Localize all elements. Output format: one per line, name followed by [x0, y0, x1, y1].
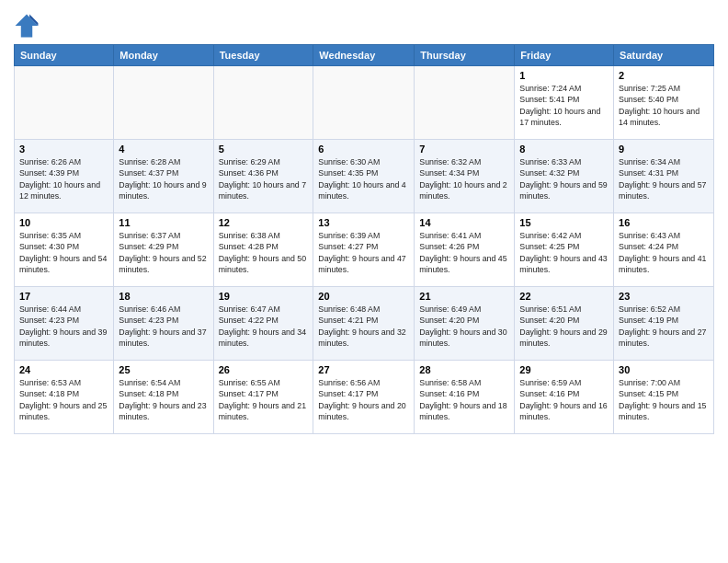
day-info: Sunrise: 6:51 AM Sunset: 4:20 PM Dayligh… — [519, 304, 609, 349]
day-info: Sunrise: 6:47 AM Sunset: 4:22 PM Dayligh… — [219, 304, 309, 349]
day-number: 12 — [219, 217, 309, 228]
day-number: 28 — [419, 364, 509, 375]
day-number: 8 — [519, 144, 609, 155]
calendar-cell-1-2: 5Sunrise: 6:29 AM Sunset: 4:36 PM Daylig… — [213, 140, 313, 213]
day-number: 1 — [519, 70, 609, 81]
calendar-cell-3-4: 21Sunrise: 6:49 AM Sunset: 4:20 PM Dayli… — [415, 287, 515, 361]
day-number: 24 — [19, 364, 108, 375]
day-number: 10 — [19, 217, 108, 228]
day-number: 30 — [619, 364, 709, 375]
day-info: Sunrise: 7:25 AM Sunset: 5:40 PM Dayligh… — [619, 83, 709, 128]
calendar-cell-4-0: 24Sunrise: 6:53 AM Sunset: 4:18 PM Dayli… — [15, 361, 114, 434]
calendar-weekday-monday: Monday — [114, 45, 213, 66]
calendar-week-row-3: 17Sunrise: 6:44 AM Sunset: 4:23 PM Dayli… — [15, 287, 714, 361]
calendar-cell-2-5: 15Sunrise: 6:42 AM Sunset: 4:25 PM Dayli… — [515, 213, 614, 287]
day-info: Sunrise: 7:00 AM Sunset: 4:15 PM Dayligh… — [619, 377, 709, 422]
calendar-cell-0-1 — [114, 66, 213, 140]
calendar-cell-0-2 — [213, 66, 313, 140]
day-info: Sunrise: 6:48 AM Sunset: 4:21 PM Dayligh… — [318, 304, 409, 349]
calendar-cell-4-6: 30Sunrise: 7:00 AM Sunset: 4:15 PM Dayli… — [614, 361, 714, 434]
calendar-cell-3-1: 18Sunrise: 6:46 AM Sunset: 4:23 PM Dayli… — [114, 287, 213, 361]
page: SundayMondayTuesdayWednesdayThursdayFrid… — [0, 0, 728, 443]
day-number: 26 — [219, 364, 309, 375]
day-number: 4 — [119, 144, 208, 155]
day-number: 22 — [519, 291, 609, 302]
day-number: 9 — [619, 144, 709, 155]
calendar-cell-3-6: 23Sunrise: 6:52 AM Sunset: 4:19 PM Dayli… — [614, 287, 714, 361]
calendar-cell-2-3: 13Sunrise: 6:39 AM Sunset: 4:27 PM Dayli… — [313, 213, 415, 287]
day-info: Sunrise: 6:28 AM Sunset: 4:37 PM Dayligh… — [119, 156, 208, 201]
day-number: 16 — [619, 217, 709, 228]
day-number: 21 — [419, 291, 509, 302]
calendar-cell-0-0 — [15, 66, 114, 140]
calendar-cell-1-6: 9Sunrise: 6:34 AM Sunset: 4:31 PM Daylig… — [614, 140, 714, 213]
calendar-cell-0-3 — [313, 66, 415, 140]
day-info: Sunrise: 6:56 AM Sunset: 4:17 PM Dayligh… — [318, 377, 409, 422]
calendar-table: SundayMondayTuesdayWednesdayThursdayFrid… — [14, 44, 714, 434]
logo — [14, 13, 43, 39]
calendar-cell-2-1: 11Sunrise: 6:37 AM Sunset: 4:29 PM Dayli… — [114, 213, 213, 287]
logo-icon — [14, 13, 40, 39]
calendar-cell-0-5: 1Sunrise: 7:24 AM Sunset: 5:41 PM Daylig… — [515, 66, 614, 140]
calendar-cell-1-1: 4Sunrise: 6:28 AM Sunset: 4:37 PM Daylig… — [114, 140, 213, 213]
day-info: Sunrise: 7:24 AM Sunset: 5:41 PM Dayligh… — [519, 83, 609, 128]
calendar-cell-1-4: 7Sunrise: 6:32 AM Sunset: 4:34 PM Daylig… — [415, 140, 515, 213]
day-info: Sunrise: 6:38 AM Sunset: 4:28 PM Dayligh… — [219, 230, 309, 275]
day-number: 25 — [119, 364, 208, 375]
day-number: 19 — [219, 291, 309, 302]
day-number: 17 — [19, 291, 108, 302]
day-info: Sunrise: 6:54 AM Sunset: 4:18 PM Dayligh… — [119, 377, 208, 422]
day-info: Sunrise: 6:29 AM Sunset: 4:36 PM Dayligh… — [219, 156, 309, 201]
day-number: 13 — [318, 217, 409, 228]
calendar-weekday-thursday: Thursday — [415, 45, 515, 66]
calendar-cell-4-1: 25Sunrise: 6:54 AM Sunset: 4:18 PM Dayli… — [114, 361, 213, 434]
day-number: 2 — [619, 70, 709, 81]
calendar-cell-1-3: 6Sunrise: 6:30 AM Sunset: 4:35 PM Daylig… — [313, 140, 415, 213]
calendar-cell-3-3: 20Sunrise: 6:48 AM Sunset: 4:21 PM Dayli… — [313, 287, 415, 361]
day-number: 29 — [519, 364, 609, 375]
day-info: Sunrise: 6:33 AM Sunset: 4:32 PM Dayligh… — [519, 156, 609, 201]
day-info: Sunrise: 6:52 AM Sunset: 4:19 PM Dayligh… — [619, 304, 709, 349]
day-info: Sunrise: 6:53 AM Sunset: 4:18 PM Dayligh… — [19, 377, 108, 422]
day-info: Sunrise: 6:34 AM Sunset: 4:31 PM Dayligh… — [619, 156, 709, 201]
calendar-cell-2-4: 14Sunrise: 6:41 AM Sunset: 4:26 PM Dayli… — [415, 213, 515, 287]
calendar-body: 1Sunrise: 7:24 AM Sunset: 5:41 PM Daylig… — [15, 66, 714, 434]
calendar-cell-3-0: 17Sunrise: 6:44 AM Sunset: 4:23 PM Dayli… — [15, 287, 114, 361]
calendar-weekday-friday: Friday — [515, 45, 614, 66]
day-number: 14 — [419, 217, 509, 228]
day-number: 15 — [519, 217, 609, 228]
day-info: Sunrise: 6:46 AM Sunset: 4:23 PM Dayligh… — [119, 304, 208, 349]
calendar-cell-0-4 — [415, 66, 515, 140]
day-number: 23 — [619, 291, 709, 302]
day-info: Sunrise: 6:49 AM Sunset: 4:20 PM Dayligh… — [419, 304, 509, 349]
calendar-cell-4-4: 28Sunrise: 6:58 AM Sunset: 4:16 PM Dayli… — [415, 361, 515, 434]
day-info: Sunrise: 6:37 AM Sunset: 4:29 PM Dayligh… — [119, 230, 208, 275]
calendar-week-row-1: 3Sunrise: 6:26 AM Sunset: 4:39 PM Daylig… — [15, 140, 714, 213]
day-info: Sunrise: 6:35 AM Sunset: 4:30 PM Dayligh… — [19, 230, 108, 275]
day-number: 7 — [419, 144, 509, 155]
calendar-week-row-4: 24Sunrise: 6:53 AM Sunset: 4:18 PM Dayli… — [15, 361, 714, 434]
calendar-cell-0-6: 2Sunrise: 7:25 AM Sunset: 5:40 PM Daylig… — [614, 66, 714, 140]
calendar-week-row-0: 1Sunrise: 7:24 AM Sunset: 5:41 PM Daylig… — [15, 66, 714, 140]
day-number: 11 — [119, 217, 208, 228]
day-number: 18 — [119, 291, 208, 302]
day-number: 3 — [19, 144, 108, 155]
day-info: Sunrise: 6:44 AM Sunset: 4:23 PM Dayligh… — [19, 304, 108, 349]
day-info: Sunrise: 6:30 AM Sunset: 4:35 PM Dayligh… — [318, 156, 409, 201]
calendar-header-row: SundayMondayTuesdayWednesdayThursdayFrid… — [15, 45, 714, 66]
day-info: Sunrise: 6:55 AM Sunset: 4:17 PM Dayligh… — [219, 377, 309, 422]
day-info: Sunrise: 6:59 AM Sunset: 4:16 PM Dayligh… — [519, 377, 609, 422]
calendar-week-row-2: 10Sunrise: 6:35 AM Sunset: 4:30 PM Dayli… — [15, 213, 714, 287]
calendar-cell-3-5: 22Sunrise: 6:51 AM Sunset: 4:20 PM Dayli… — [515, 287, 614, 361]
day-info: Sunrise: 6:58 AM Sunset: 4:16 PM Dayligh… — [419, 377, 509, 422]
calendar-cell-1-5: 8Sunrise: 6:33 AM Sunset: 4:32 PM Daylig… — [515, 140, 614, 213]
day-info: Sunrise: 6:41 AM Sunset: 4:26 PM Dayligh… — [419, 230, 509, 275]
day-info: Sunrise: 6:43 AM Sunset: 4:24 PM Dayligh… — [619, 230, 709, 275]
day-number: 20 — [318, 291, 409, 302]
svg-marker-0 — [16, 15, 39, 38]
calendar-cell-4-3: 27Sunrise: 6:56 AM Sunset: 4:17 PM Dayli… — [313, 361, 415, 434]
calendar-weekday-sunday: Sunday — [15, 45, 114, 66]
calendar-cell-4-5: 29Sunrise: 6:59 AM Sunset: 4:16 PM Dayli… — [515, 361, 614, 434]
calendar-weekday-tuesday: Tuesday — [213, 45, 313, 66]
day-number: 6 — [318, 144, 409, 155]
